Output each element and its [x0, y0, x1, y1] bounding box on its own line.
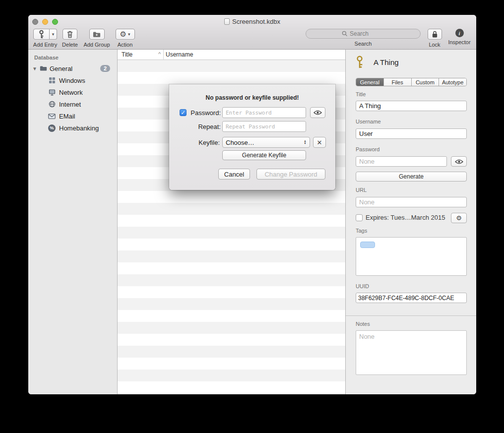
window-title: Screenshot.kdbx: [232, 18, 280, 25]
entry-count-badge: 2: [100, 65, 110, 72]
title-field-label: Title: [356, 91, 366, 97]
notes-field-label: Notes: [356, 321, 370, 327]
column-header-title[interactable]: Title: [122, 51, 132, 58]
uuid-field-label: UUID: [356, 283, 369, 289]
network-icon: [48, 89, 56, 96]
tab-label: Autotype: [442, 79, 463, 85]
globe-icon: [48, 101, 56, 108]
sidebar-item-windows[interactable]: Windows: [28, 74, 117, 86]
action-label: Action: [118, 42, 133, 48]
key-icon: [38, 30, 45, 39]
sidebar-group-label: General: [50, 65, 72, 72]
sidebar-group-general[interactable]: ▼ General 2: [28, 62, 117, 74]
chevron-down-icon: ▾: [52, 32, 55, 37]
lock-icon: [432, 30, 438, 38]
window-title-area: Screenshot.kdbx: [28, 18, 476, 25]
info-icon: i: [458, 30, 460, 36]
notes-field[interactable]: [356, 330, 467, 375]
tab-autotype[interactable]: Autotype: [439, 78, 466, 86]
generate-password-button[interactable]: Generate: [356, 172, 467, 182]
add-entry-button[interactable]: [33, 29, 50, 40]
inspector-toggle-button[interactable]: i: [455, 29, 464, 37]
add-group-button[interactable]: [89, 29, 105, 40]
window-header: Screenshot.kdbx ▾ Add Entry: [28, 15, 476, 50]
tag-chip[interactable]: [360, 242, 375, 248]
column-header-username[interactable]: Username: [166, 51, 193, 58]
percent-glyph: %: [50, 125, 54, 130]
tab-custom[interactable]: Custom: [412, 78, 440, 86]
tab-label: General: [360, 79, 379, 85]
repeat-label: Repeat:: [181, 123, 221, 130]
delete-button[interactable]: [63, 29, 77, 40]
toolbar-action: ⚙ ▾ Action: [112, 29, 138, 48]
lock-label: Lock: [429, 42, 440, 48]
entry-list-header: Title ^ Username: [118, 50, 345, 60]
toolbar-lock: Lock: [425, 29, 444, 48]
keyfile-label: Keyfile:: [180, 139, 220, 146]
folder-icon: [40, 65, 47, 72]
add-entry-dropdown-button[interactable]: ▾: [50, 29, 57, 40]
keyfile-value: Choose…: [226, 139, 254, 146]
tab-label: Files: [392, 79, 403, 85]
toolbar-add-entry: ▾ Add Entry: [31, 29, 59, 48]
sidebar-item-network[interactable]: Network: [28, 86, 117, 98]
title-field[interactable]: [356, 101, 467, 111]
tags-field-label: Tags: [356, 228, 367, 234]
url-field[interactable]: [356, 197, 467, 207]
reveal-password-button[interactable]: [451, 156, 467, 167]
username-field[interactable]: [356, 128, 467, 139]
action-button[interactable]: ⚙ ▾: [116, 29, 135, 40]
chevron-down-icon: ▾: [128, 32, 130, 37]
dialog-password-input[interactable]: [222, 107, 306, 118]
clear-keyfile-button[interactable]: ✕: [313, 137, 326, 148]
sidebar-item-label: Windows: [59, 77, 85, 84]
expires-settings-button[interactable]: ⚙: [451, 213, 467, 223]
tab-general[interactable]: General: [356, 78, 384, 86]
column-divider[interactable]: [163, 50, 164, 60]
keyfile-dropdown[interactable]: Choose… ▲ ▼: [222, 137, 310, 148]
inspector-entry-header: A Thing: [355, 56, 399, 69]
sidebar-item-email[interactable]: EMail: [28, 110, 117, 122]
main-content: Database ▼ General 2: [28, 50, 476, 394]
tab-files[interactable]: Files: [384, 78, 412, 86]
sidebar-section-header: Database: [34, 55, 117, 61]
toolbar-delete: Delete: [59, 29, 81, 48]
screen: Screenshot.kdbx ▾ Add Entry: [0, 0, 504, 433]
search-input[interactable]: [350, 30, 384, 37]
inspector-tabs: General Files Custom Autotype: [356, 78, 467, 86]
lock-button[interactable]: [428, 29, 442, 40]
sort-ascending-icon: ^: [158, 51, 161, 57]
inspector-panel: A Thing General Files Custom Autotype Ti…: [345, 50, 476, 394]
app-window: Screenshot.kdbx ▾ Add Entry: [28, 15, 476, 394]
generate-keyfile-button[interactable]: Generate Keyfile: [222, 150, 306, 160]
close-icon: ✕: [317, 139, 322, 146]
delete-label: Delete: [62, 42, 78, 48]
uuid-field[interactable]: [356, 293, 467, 303]
add-entry-label: Add Entry: [33, 42, 57, 48]
disclosure-triangle-icon[interactable]: ▼: [32, 66, 37, 71]
entry-title: A Thing: [374, 58, 399, 66]
divider: [346, 315, 476, 316]
expires-checkbox[interactable]: [356, 214, 363, 221]
sidebar-item-homebanking[interactable]: % Homebanking: [28, 122, 117, 134]
dialog-repeat-input[interactable]: [222, 121, 306, 132]
cancel-button[interactable]: Cancel: [218, 169, 250, 180]
windows-icon: [48, 77, 56, 84]
stepper-icon: ▲ ▼: [304, 140, 307, 145]
add-group-label: Add Group: [83, 42, 110, 48]
dialog-reveal-password-button[interactable]: [310, 107, 325, 118]
expires-label: Expires: Tues…March 2015: [366, 214, 445, 221]
document-proxy-icon: [224, 18, 230, 25]
username-field-label: Username: [356, 119, 381, 124]
password-field[interactable]: [356, 156, 447, 167]
sidebar-item-internet[interactable]: Internet: [28, 98, 117, 110]
search-field[interactable]: [306, 29, 421, 39]
tags-field[interactable]: [356, 237, 467, 276]
tab-label: Custom: [416, 79, 435, 85]
inspector-label: Inspector: [448, 39, 470, 45]
envelope-icon: [48, 113, 56, 120]
search-label: Search: [355, 41, 372, 47]
sidebar-item-label: EMail: [59, 113, 75, 120]
password-label: Password:: [181, 109, 221, 117]
change-password-button[interactable]: Change Password: [256, 169, 325, 180]
